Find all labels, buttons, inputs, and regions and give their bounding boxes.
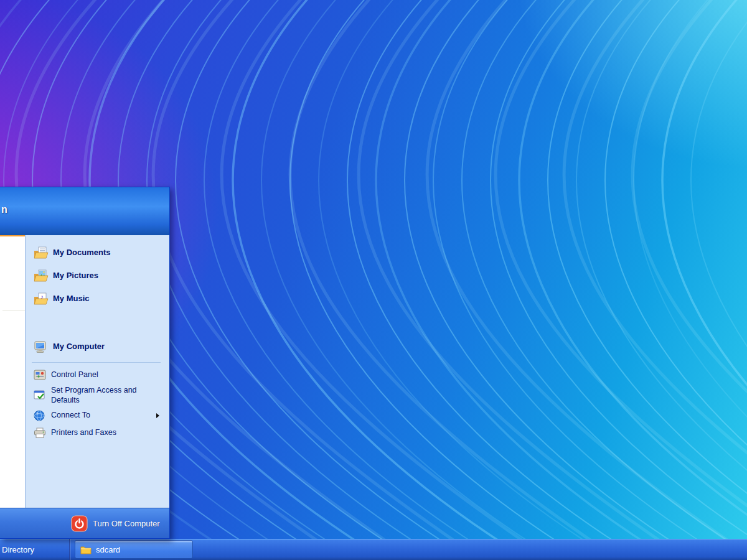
menu-item-label: Printers and Faxes [51, 428, 116, 438]
start-menu-left-column [0, 235, 25, 508]
taskbar-directory-button[interactable]: Directory [0, 539, 69, 560]
menu-separator [32, 362, 161, 363]
menu-item-label: My Music [53, 294, 90, 304]
start-menu-item-set-program-access[interactable]: Set Program Access and Defaults [31, 384, 169, 407]
menu-item-label: My Computer [53, 342, 105, 352]
taskbar-directory-label: Directory [2, 545, 34, 554]
start-menu-item-printers-and-faxes[interactable]: Printers and Faxes [31, 424, 169, 442]
menu-item-label: Control Panel [51, 370, 98, 380]
desktop-wallpaper: n [0, 0, 747, 560]
start-menu-item-my-computer[interactable]: My Computer [31, 335, 169, 358]
turn-off-label: Turn Off Computer [93, 519, 160, 528]
power-icon [71, 515, 88, 532]
connect-to-icon [33, 409, 47, 422]
submenu-arrow-icon [156, 413, 159, 418]
menu-item-label: Connect To [51, 411, 90, 421]
menu-item-label: My Pictures [53, 271, 98, 281]
start-menu-item-connect-to[interactable]: Connect To [31, 407, 169, 424]
start-menu-item-control-panel[interactable]: Control Panel [31, 366, 169, 384]
start-menu-item-my-documents[interactable]: My Documents [31, 241, 169, 264]
menu-item-label: Set Program Access and Defaults [51, 386, 143, 405]
taskbar: Directory sdcard [0, 539, 747, 560]
program-access-icon [33, 389, 47, 403]
turn-off-computer-button[interactable]: Turn Off Computer [71, 515, 160, 532]
my-computer-icon [33, 339, 49, 355]
my-pictures-icon [33, 268, 49, 284]
start-menu-right-column: My Documents My Pictures [25, 235, 169, 508]
start-menu-user-banner: n [0, 187, 169, 235]
my-documents-icon [33, 245, 49, 261]
control-panel-icon [33, 368, 47, 382]
start-menu-columns: My Documents My Pictures [0, 235, 169, 508]
my-music-icon: ♪ [33, 291, 49, 307]
start-menu-item-my-pictures[interactable]: My Pictures [31, 264, 169, 287]
start-menu-footer: Turn Off Computer [0, 508, 169, 538]
taskbar-button-label: sdcard [96, 545, 120, 554]
printers-icon [33, 426, 47, 440]
menu-spacer [31, 310, 169, 335]
menu-item-label: My Documents [53, 248, 110, 258]
username-text: n [1, 204, 7, 215]
taskbar-divider [69, 539, 70, 560]
start-menu: n [0, 187, 170, 539]
taskbar-button-sdcard[interactable]: sdcard [75, 540, 193, 559]
left-column-separator [2, 310, 25, 310]
folder-icon [80, 545, 92, 554]
start-menu-item-my-music[interactable]: ♪ My Music [31, 287, 169, 310]
